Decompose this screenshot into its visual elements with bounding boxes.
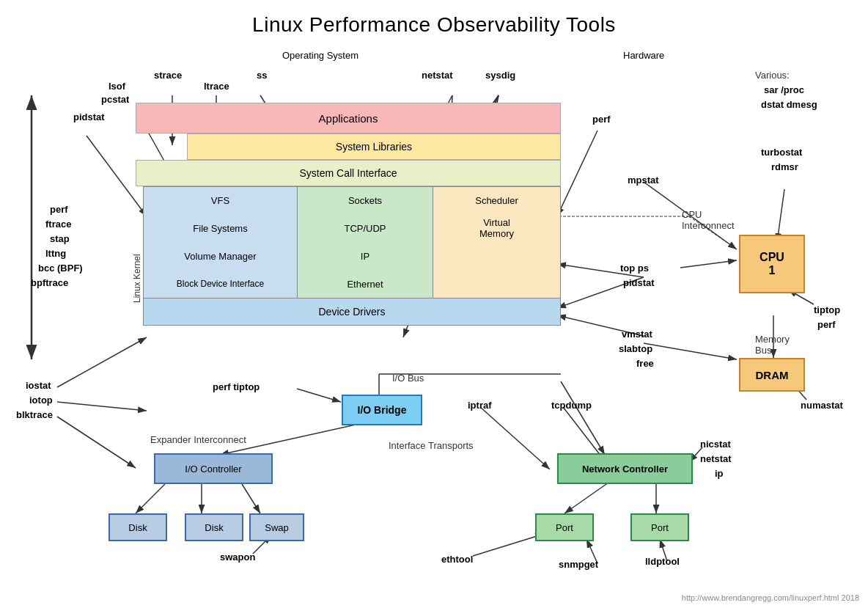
kernel-row-3: Volume Manager IP (143, 242, 561, 270)
various-label: Various: (755, 70, 790, 81)
svg-line-22 (644, 343, 737, 359)
free-tool: free (636, 358, 654, 369)
svg-line-30 (57, 402, 147, 411)
perf-hw-tool: perf (817, 319, 836, 330)
io-controller-box: I/O Controller (154, 453, 273, 484)
lsof-tool: lsof (108, 81, 125, 92)
filesystems-cell: File Systems (144, 214, 298, 242)
system-libraries-layer: System Libraries (187, 133, 561, 160)
perf-tiptop-tool: perf tiptop (213, 381, 260, 392)
svg-line-46 (473, 534, 544, 556)
cpu-interconnect-label: CPUInterconnect (682, 209, 735, 231)
swap-box: Swap (249, 513, 304, 541)
pcstat-tool: pcstat (101, 94, 129, 105)
kernel-row-4: Block Device Interface Ethernet (143, 270, 561, 298)
vm-cell-2 (433, 242, 560, 270)
io-bus-label: I/O Bus (392, 373, 424, 384)
bpftrace-tool: bpftrace (31, 277, 68, 288)
page-title: Linux Performance Observability Tools (0, 0, 868, 43)
svg-line-16 (557, 131, 597, 216)
perf-left-tool: perf (50, 204, 68, 215)
linux-kernel-label: Linux Kernel (130, 213, 144, 345)
ethernet-cell: Ethernet (298, 270, 433, 298)
tiptop-tool: tiptop (814, 304, 840, 315)
bcc-tool: bcc (BPF) (38, 263, 83, 274)
lldptool-tool: lldptool (645, 556, 680, 567)
dram-box: DRAM (739, 358, 805, 392)
expander-interconnect-label: Expander Interconnect (150, 434, 246, 445)
pidstat-top-tool: pidstat (73, 111, 105, 122)
svg-line-44 (564, 483, 608, 513)
os-label: Operating System (282, 50, 358, 61)
dstat-dmesg-tool: dstat dmesg (761, 99, 817, 110)
hw-label: Hardware (623, 50, 664, 61)
svg-line-41 (480, 407, 550, 469)
top-ps-tool: top ps (620, 263, 649, 274)
ethtool-tool: ethtool (441, 554, 473, 565)
cpu-box: CPU 1 (739, 235, 805, 293)
interface-transports-label: Interface Transports (389, 440, 474, 451)
footer-url: http://www.brendangregg.com/linuxperf.ht… (682, 593, 859, 602)
snmpget-tool: snmpget (559, 559, 598, 570)
netstat-right-tool: netstat (700, 453, 732, 464)
blockdev-cell: Block Device Interface (144, 270, 298, 298)
port2-box: Port (630, 513, 689, 541)
rdmsr-tool: rdmsr (771, 161, 798, 172)
lttng-tool: lttng (45, 248, 66, 259)
stap-tool: stap (50, 233, 70, 244)
pidstat-right-tool: pidstat (623, 277, 655, 288)
svg-line-29 (57, 337, 147, 387)
memory-bus-label: MemoryBus (755, 334, 790, 356)
applications-layer: Applications (136, 103, 561, 133)
slabtop-tool: slabtop (619, 343, 652, 354)
disk2-box: Disk (185, 513, 243, 541)
vfs-cell: VFS (144, 187, 298, 214)
vmstat-tool: vmstat (622, 329, 652, 340)
device-drivers-layer: Device Drivers (143, 298, 561, 326)
network-controller-box: Network Controller (557, 453, 693, 484)
perf-right-top: perf (592, 114, 611, 125)
vm-cell-3 (433, 270, 560, 298)
strace-tool: strace (154, 70, 182, 81)
svg-line-20 (680, 260, 737, 268)
disk1-box: Disk (108, 513, 167, 541)
svg-line-31 (57, 417, 136, 468)
tcpdump-tool: tcpdump (551, 400, 592, 411)
svg-line-36 (136, 484, 165, 513)
mpstat-tool: mpstat (628, 175, 659, 186)
ltrace-tool: ltrace (204, 81, 229, 92)
sockets-cell: Sockets (298, 187, 433, 214)
main-container: Linux Performance Observability Tools (0, 0, 868, 608)
port1-box: Port (535, 513, 594, 541)
ss-tool: ss (257, 70, 267, 81)
nicstat-tool: nicstat (700, 439, 731, 450)
numastat-tool: numastat (801, 400, 843, 411)
ip-right-tool: ip (715, 468, 724, 479)
syscall-layer: System Call Interface (136, 160, 561, 186)
iostat-tool: iostat (26, 380, 51, 391)
iotop-tool: iotop (29, 395, 53, 406)
netstat-tool: netstat (422, 70, 453, 81)
turbostat-tool: turbostat (761, 147, 802, 158)
ftrace-tool: ftrace (45, 219, 71, 230)
swapon-tool: swapon (220, 552, 255, 563)
svg-line-32 (297, 389, 341, 402)
kernel-row-1: VFS Sockets Scheduler (143, 186, 561, 214)
sar-proc-tool: sar /proc (764, 84, 804, 95)
scheduler-cell: Scheduler (433, 187, 560, 214)
vm-cell: Virtual Memory (433, 214, 560, 242)
svg-line-40 (561, 381, 605, 455)
iptraf-tool: iptraf (468, 400, 492, 411)
tcpudp-cell: TCP/UDP (298, 214, 433, 242)
ip-cell: IP (298, 242, 433, 270)
io-bridge-box: I/O Bridge (342, 395, 422, 425)
volmgr-cell: Volume Manager (144, 242, 298, 270)
blktrace-tool: blktrace (16, 409, 53, 420)
kernel-row-2: File Systems TCP/UDP Virtual Memory (143, 214, 561, 242)
svg-line-38 (242, 484, 260, 513)
sysdig-tool: sysdig (485, 70, 515, 81)
